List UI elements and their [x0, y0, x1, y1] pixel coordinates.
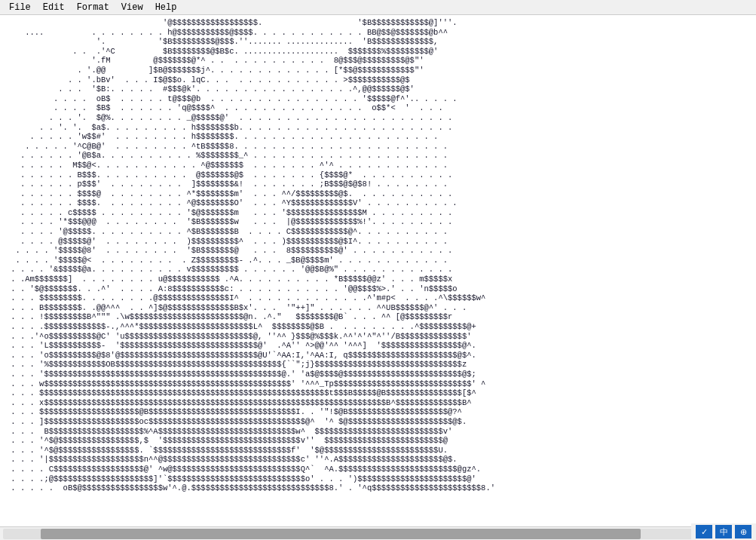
menu-file[interactable]: File: [3, 1, 37, 14]
menu-format[interactable]: Format: [71, 1, 115, 14]
menu-view[interactable]: View: [115, 1, 149, 14]
ascii-art-display: '@$$$$$$$$$$$$$$$$$$. '$B$$$$$$$$$$$$@]'…: [0, 15, 756, 525]
main-content: '@$$$$$$$$$$$$$$$$$$. '$B$$$$$$$$$$$$@]'…: [0, 15, 756, 540]
ime-extra-button[interactable]: ⊕: [735, 525, 751, 538]
scroll-track-horizontal[interactable]: [3, 529, 753, 539]
ime-chinese-button[interactable]: 中: [715, 525, 732, 538]
scroll-thumb-horizontal[interactable]: [41, 529, 641, 539]
menu-help[interactable]: Help: [149, 1, 183, 14]
ime-check-button[interactable]: ✓: [696, 525, 712, 538]
menu-bar: File Edit Format View Help: [0, 0, 756, 15]
status-bar: ✓ 中 ⊕: [691, 523, 756, 540]
horizontal-scrollbar[interactable]: [0, 526, 756, 540]
menu-edit[interactable]: Edit: [37, 1, 71, 14]
